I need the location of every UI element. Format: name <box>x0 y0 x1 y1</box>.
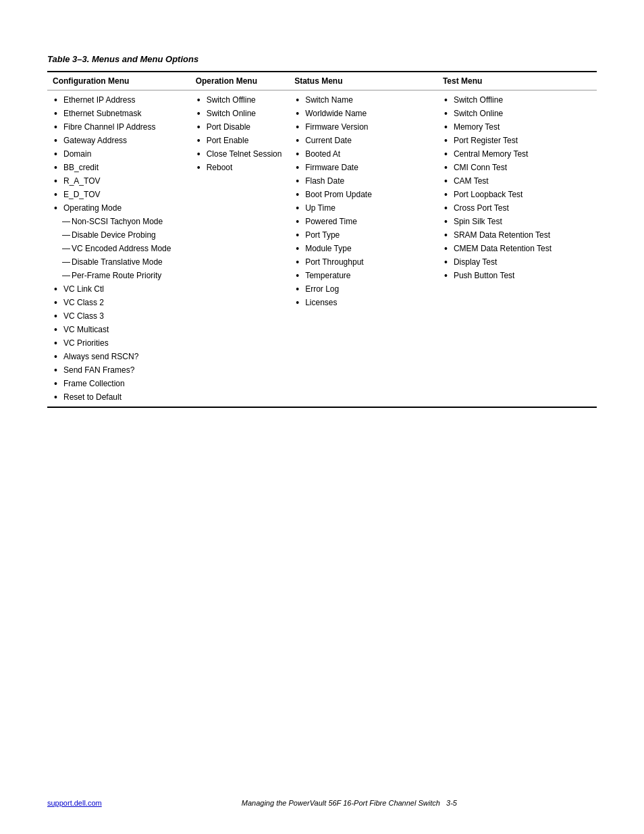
status-list: Switch NameWorldwide NameFirmware Versio… <box>294 93 432 309</box>
list-item: VC Class 2 <box>53 296 185 309</box>
header-operation: Operation Menu <box>190 72 290 90</box>
list-item: Reboot <box>196 161 284 174</box>
list-item: VC Class 3 <box>53 309 185 323</box>
list-item: CMI Conn Test <box>443 161 591 174</box>
list-item: R_A_TOV <box>53 174 185 188</box>
list-item: Temperature <box>294 269 432 282</box>
config-col: Ethernet IP AddressEthernet SubnetmaskFi… <box>47 90 190 408</box>
list-item: Close Telnet Session <box>196 147 284 161</box>
list-item: Per-Frame Route Priority <box>53 269 185 282</box>
list-item: Port Register Test <box>443 134 591 147</box>
list-item: Memory Test <box>443 120 591 134</box>
page-container: Table 3–3. Menus and Menu Options Config… <box>0 0 644 448</box>
list-item: Cross Port Test <box>443 201 591 215</box>
list-item: Port Loopback Test <box>443 188 591 201</box>
list-item: E_D_TOV <box>53 188 185 201</box>
list-item: Firmware Date <box>294 161 432 174</box>
list-item: Switch Offline <box>443 93 591 107</box>
list-item: VC Priorities <box>53 336 185 350</box>
header-config: Configuration Menu <box>47 72 190 90</box>
list-item: Worldwide Name <box>294 107 432 120</box>
list-item: Domain <box>53 147 185 161</box>
test-col: Switch OfflineSwitch OnlineMemory TestPo… <box>437 90 597 408</box>
list-item: Send FAN Frames? <box>53 363 185 377</box>
list-item: Boot Prom Update <box>294 188 432 201</box>
list-item: Port Disable <box>196 120 284 134</box>
table-title: Table 3–3. Menus and Menu Options <box>47 54 597 64</box>
list-item: Powered Time <box>294 215 432 228</box>
list-item: VC Multicast <box>53 323 185 336</box>
list-item: Push Button Test <box>443 269 591 282</box>
list-item: Booted At <box>294 147 432 161</box>
list-item: Flash Date <box>294 174 432 188</box>
list-item: Module Type <box>294 242 432 255</box>
main-table: Configuration Menu Operation Menu Status… <box>47 71 597 408</box>
list-item: Central Memory Test <box>443 147 591 161</box>
list-item: Disable Device Probing <box>53 228 185 242</box>
list-item: Fibre Channel IP Address <box>53 120 185 134</box>
list-item: Port Throughput <box>294 255 432 269</box>
list-item: Always send RSCN? <box>53 350 185 363</box>
list-item: CAM Test <box>443 174 591 188</box>
list-item: Spin Silk Test <box>443 215 591 228</box>
list-item: Firmware Version <box>294 120 432 134</box>
list-item: Operating Mode <box>53 201 185 215</box>
list-item: VC Link Ctl <box>53 282 185 296</box>
list-item: CMEM Data Retention Test <box>443 242 591 255</box>
operation-list: Switch OfflineSwitch OnlinePort DisableP… <box>196 93 284 174</box>
list-item: Gateway Address <box>53 134 185 147</box>
operation-col: Switch OfflineSwitch OnlinePort DisableP… <box>190 90 290 408</box>
footer-center: Managing the PowerVault 56F 16-Port Fibr… <box>242 799 457 807</box>
footer-link[interactable]: support.dell.com <box>47 799 102 807</box>
list-item: BB_credit <box>53 161 185 174</box>
page-footer: support.dell.com Managing the PowerVault… <box>0 799 644 807</box>
config-list: Ethernet IP AddressEthernet SubnetmaskFi… <box>53 93 185 404</box>
list-item: Reset to Default <box>53 390 185 404</box>
list-item: Switch Offline <box>196 93 284 107</box>
list-item: Frame Collection <box>53 377 185 390</box>
header-status: Status Menu <box>289 72 437 90</box>
list-item: Port Type <box>294 228 432 242</box>
list-item: Switch Online <box>443 107 591 120</box>
list-item: SRAM Data Retention Test <box>443 228 591 242</box>
list-item: Current Date <box>294 134 432 147</box>
list-item: Switch Online <box>196 107 284 120</box>
list-item: Switch Name <box>294 93 432 107</box>
list-item: Ethernet Subnetmask <box>53 107 185 120</box>
status-col: Switch NameWorldwide NameFirmware Versio… <box>289 90 437 408</box>
list-item: Port Enable <box>196 134 284 147</box>
list-item: Ethernet IP Address <box>53 93 185 107</box>
header-test: Test Menu <box>437 72 597 90</box>
list-item: Disable Translative Mode <box>53 255 185 269</box>
list-item: Error Log <box>294 282 432 296</box>
list-item: Display Test <box>443 255 591 269</box>
list-item: Non-SCSI Tachyon Mode <box>53 215 185 228</box>
test-list: Switch OfflineSwitch OnlineMemory TestPo… <box>443 93 591 282</box>
list-item: Licenses <box>294 296 432 309</box>
list-item: Up Time <box>294 201 432 215</box>
list-item: VC Encoded Address Mode <box>53 242 185 255</box>
